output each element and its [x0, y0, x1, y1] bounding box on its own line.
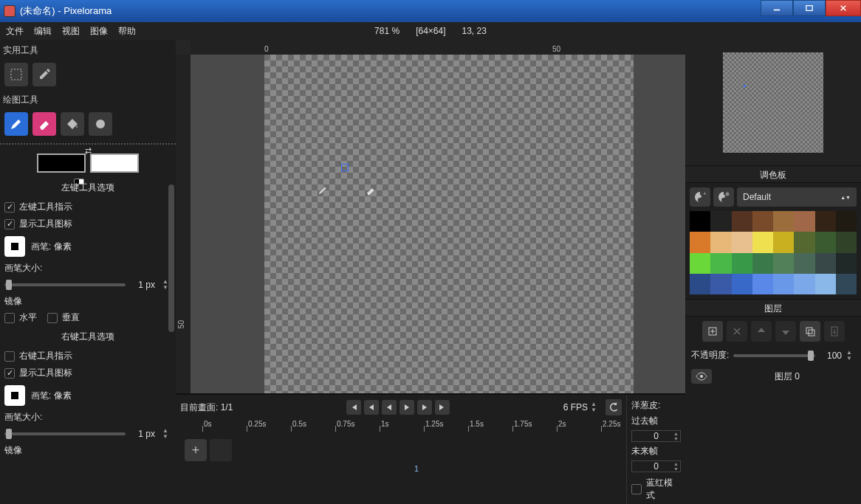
opacity-down[interactable]: ▼ [846, 356, 855, 362]
palette-swatch-12[interactable] [773, 232, 794, 252]
clone-layer-button[interactable] [800, 321, 820, 342]
cursor-position: 13, 23 [462, 22, 487, 40]
loop-button[interactable] [606, 399, 622, 415]
svg-rect-0 [774, 10, 780, 11]
left-brush-size-slider[interactable] [4, 281, 126, 289]
background-color[interactable] [90, 153, 139, 173]
palette-swatch-10[interactable] [732, 232, 752, 252]
palette-swatch-15[interactable] [836, 232, 857, 252]
opacity-value: 100 [820, 351, 842, 361]
options-scrollbar[interactable] [168, 184, 174, 332]
palette-swatch-7[interactable] [836, 211, 857, 232]
palette-swatch-0[interactable] [690, 211, 710, 232]
play-back-button[interactable] [382, 400, 397, 415]
play-button[interactable] [399, 400, 414, 415]
palette-swatch-24[interactable] [690, 274, 710, 294]
palette-swatch-11[interactable] [752, 232, 773, 252]
color-picker-tool[interactable] [32, 63, 56, 86]
ruler-vertical[interactable]: 50 [176, 55, 191, 393]
palette-swatch-16[interactable] [690, 253, 710, 274]
palette-swatch-2[interactable] [732, 211, 752, 232]
menu-image[interactable]: 图像 [90, 25, 108, 38]
palette-swatch-31[interactable] [836, 274, 857, 294]
preview-canvas [723, 52, 823, 153]
minimize-button[interactable] [761, 0, 793, 16]
right-icon-checkbox[interactable] [4, 368, 15, 379]
left-mirror-v-checkbox[interactable] [47, 313, 58, 323]
palette-swatch-26[interactable] [732, 274, 752, 294]
palette-swatch-23[interactable] [836, 253, 857, 274]
left-tool-options-header: 左键工具选项 [0, 177, 176, 199]
add-frame-button[interactable]: + [185, 439, 207, 461]
close-button[interactable] [826, 0, 861, 16]
delete-layer-button[interactable] [727, 321, 747, 342]
onion-past-spinner[interactable]: 0▲▼ [631, 430, 681, 442]
menu-edit[interactable]: 编辑 [34, 25, 52, 38]
foreground-color[interactable] [37, 153, 86, 173]
palette-swatch-20[interactable] [773, 253, 794, 274]
swap-colors-icon[interactable]: ⇄ [85, 146, 92, 156]
palette-swatch-25[interactable] [710, 274, 731, 294]
palette-swatch-8[interactable] [690, 232, 710, 252]
ruler-horizontal[interactable]: 0 50 [191, 40, 685, 55]
right-hint-checkbox[interactable] [4, 351, 15, 362]
onion-title: 洋葱皮: [631, 399, 681, 412]
palette-swatch-14[interactable] [815, 232, 836, 252]
right-size-down[interactable]: ▼ [162, 434, 171, 440]
blue-red-checkbox[interactable] [631, 484, 642, 494]
menu-help[interactable]: 帮助 [118, 25, 136, 38]
merge-layer-button[interactable] [824, 321, 845, 342]
frame-cell-1[interactable] [210, 439, 232, 461]
canvas[interactable] [264, 55, 634, 393]
palette-swatch-30[interactable] [815, 274, 836, 294]
last-frame-button[interactable] [435, 400, 450, 415]
palette-swatch-21[interactable] [794, 253, 814, 274]
layer-item-0[interactable]: 图层 0 [685, 365, 861, 388]
palette-swatch-6[interactable] [815, 211, 836, 232]
next-frame-button[interactable] [417, 400, 432, 415]
maximize-button[interactable] [793, 0, 826, 16]
move-layer-down-button[interactable] [775, 321, 796, 342]
lighten-tool[interactable] [89, 112, 112, 136]
left-mirror-h-checkbox[interactable] [4, 313, 15, 323]
left-icon-checkbox[interactable] [4, 219, 15, 229]
eraser-tool[interactable] [32, 112, 56, 136]
rect-select-tool[interactable] [4, 63, 28, 86]
palette-swatch-28[interactable] [773, 274, 794, 294]
palette-swatch-9[interactable] [710, 232, 731, 252]
edit-palette-button[interactable] [713, 187, 734, 207]
left-hint-checkbox[interactable] [4, 202, 15, 213]
right-panel: 调色板 + Default▲▼ 图层 不透明度: 100 ▲▼ 图层 0 [685, 40, 861, 504]
menu-file[interactable]: 文件 [6, 25, 24, 38]
timeline-ruler[interactable]: 0s0.25s0.5s0.75s1s1.25s1.5s1.75s2s2.25s [180, 420, 622, 435]
palette-swatch-27[interactable] [752, 274, 773, 294]
pencil-tool[interactable] [4, 112, 28, 136]
layer-visibility-button[interactable] [691, 369, 712, 384]
palette-swatch-5[interactable] [794, 211, 814, 232]
right-brush-preview[interactable] [4, 385, 25, 406]
add-layer-button[interactable] [702, 321, 723, 342]
move-layer-up-button[interactable] [751, 321, 772, 342]
palette-swatch-29[interactable] [794, 274, 814, 294]
menu-view[interactable]: 视图 [62, 25, 80, 38]
opacity-slider[interactable] [733, 352, 815, 359]
palette-swatch-4[interactable] [773, 211, 794, 232]
right-brush-size-slider[interactable] [4, 430, 126, 438]
left-brush-preview[interactable] [4, 236, 25, 257]
palette-swatch-22[interactable] [815, 253, 836, 274]
bucket-tool[interactable] [61, 112, 84, 136]
utility-tools-label: 实用工具 [0, 40, 176, 60]
palette-swatch-13[interactable] [794, 232, 814, 252]
palette-select[interactable]: Default▲▼ [737, 187, 857, 207]
canvas-viewport[interactable] [191, 55, 685, 393]
onion-future-spinner[interactable]: 0▲▼ [631, 460, 681, 472]
palette-swatch-1[interactable] [710, 211, 731, 232]
add-palette-button[interactable]: + [690, 187, 710, 207]
palette-swatch-18[interactable] [732, 253, 752, 274]
first-frame-button[interactable] [346, 400, 361, 415]
prev-frame-button[interactable] [364, 400, 379, 415]
palette-swatch-3[interactable] [752, 211, 773, 232]
palette-swatch-19[interactable] [752, 253, 773, 274]
palette-swatch-17[interactable] [710, 253, 731, 274]
fps-down[interactable]: ▼ [591, 407, 600, 413]
